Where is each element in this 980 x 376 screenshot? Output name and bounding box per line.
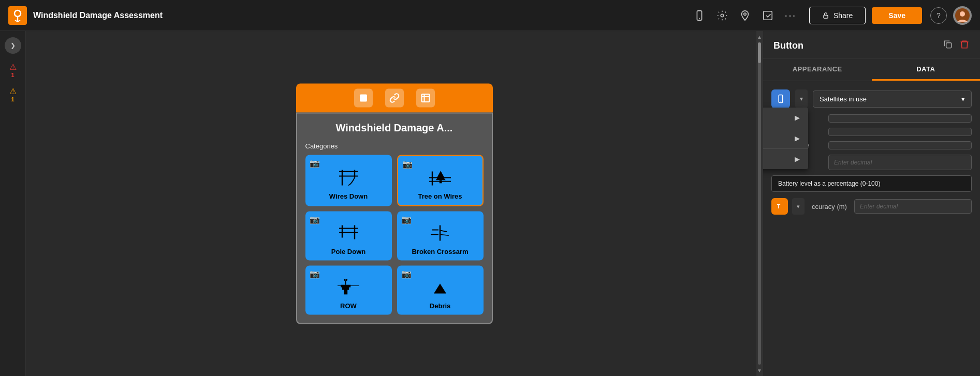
dropdown-item-device-info[interactable]: Device information ▶ (763, 108, 808, 128)
error-icon: ⚠ (9, 62, 17, 72)
svg-rect-21 (440, 180, 442, 183)
svg-rect-10 (360, 94, 367, 101)
svg-point-35 (344, 279, 346, 281)
category-row[interactable]: 📷 ROW (305, 265, 392, 314)
satellites-dropdown[interactable]: Satellites in use ▾ Device information ▶… (813, 91, 972, 108)
warning-badge[interactable]: ⚠ 1 (9, 86, 17, 102)
dropdown-menu: Device information ▶ External GNSS ▶ Tra… (763, 108, 808, 169)
widget-title: Windshield Damage A... (305, 122, 484, 133)
svg-rect-11 (421, 94, 429, 102)
svg-point-4 (721, 14, 724, 17)
camera-icon-tree-on-wires: 📷 (402, 159, 413, 169)
widget-card: Windshield Damage A... Categories 📷 (296, 112, 493, 324)
camera-icon-broken-crossarm: 📷 (401, 214, 412, 224)
sidebar-collapse-button[interactable]: ❯ (5, 37, 21, 54)
toolbar-link-button[interactable] (385, 88, 404, 107)
camera-icon-debris: 📷 (401, 268, 412, 278)
text-icon: T (776, 202, 784, 210)
power-mode-input[interactable] (828, 114, 972, 123)
wires-down-label: Wires Down (329, 192, 368, 200)
panel-title: Button (773, 40, 803, 51)
row-icon (336, 277, 361, 297)
map-pin-icon[interactable] (739, 9, 751, 22)
edit-map-icon[interactable] (762, 9, 774, 22)
tab-data[interactable]: DATA (872, 59, 981, 81)
pole-down-label: Pole Down (331, 247, 365, 255)
warning-icon: ⚠ (9, 86, 17, 96)
settings-icon[interactable] (716, 9, 728, 22)
camera-icon-pole-down: 📷 (310, 214, 320, 224)
panel-content: ▾ Satellites in use ▾ Device information… (763, 81, 980, 376)
app-logo: Windshield Damage Assessment (8, 6, 163, 25)
topnav-buttons: Share Save (809, 7, 922, 24)
svg-point-5 (744, 12, 747, 15)
device-icon-button[interactable] (771, 89, 790, 108)
user-avatar[interactable] (953, 6, 972, 25)
more-icon[interactable]: ··· (784, 9, 797, 22)
power-source-input[interactable] (828, 141, 972, 149)
data-source-row: ▾ Satellites in use ▾ Device information… (771, 89, 972, 108)
main-layout: ❯ ⚠ 1 ⚠ 1 ▲ ▼ (0, 31, 980, 376)
error-badge[interactable]: ⚠ 1 (9, 62, 17, 78)
accuracy-row: T ▾ ccuracy (m) Enter decimal (771, 198, 972, 215)
arrow-device-info: ▶ (795, 114, 800, 122)
app-title: Windshield Damage Assessment (33, 11, 163, 20)
svg-point-3 (699, 18, 700, 19)
scrollbar-up[interactable]: ▲ (757, 32, 762, 41)
categories-grid: 📷 Wires Down 📷 (305, 155, 484, 314)
duplicate-button[interactable] (943, 39, 953, 52)
category-pole-down[interactable]: 📷 Pole Down (305, 211, 392, 260)
svg-point-36 (346, 279, 348, 281)
scrollbar-thumb[interactable] (758, 42, 761, 63)
camera-icon-wires-down: 📷 (310, 158, 320, 168)
battery-level-input[interactable]: Enter decimal (828, 155, 972, 170)
topnav: Windshield Damage Assessment ··· Share S… (0, 0, 980, 31)
toolbar-expand-button[interactable] (416, 88, 435, 107)
accuracy-chevron[interactable]: ▾ (792, 198, 805, 215)
accuracy-label: ccuracy (m) (812, 203, 847, 210)
arrow-external-gnss: ▶ (795, 134, 800, 142)
broken-crossarm-label: Broken Crossarm (412, 247, 468, 255)
battery-tooltip: Battery level as a percentage (0-100) (771, 175, 972, 192)
debris-label: Debris (430, 302, 450, 309)
toolbar-widget-button[interactable] (354, 88, 373, 107)
widget-toolbar (296, 83, 493, 112)
link-icon (389, 93, 400, 103)
canvas-area: ▲ ▼ (26, 31, 763, 376)
save-button[interactable]: Save (872, 7, 922, 24)
expand-icon (420, 93, 431, 103)
svg-point-41 (780, 101, 781, 102)
dropdown-item-travel[interactable]: Travel ▶ (763, 149, 808, 169)
device-chevron[interactable]: ▾ (795, 89, 808, 108)
phone-icon[interactable] (693, 9, 706, 22)
wires-down-icon (336, 167, 361, 188)
tabs: APPEARANCE DATA (763, 59, 980, 81)
svg-marker-38 (434, 283, 446, 293)
pole-down-icon (336, 222, 361, 243)
category-wires-down[interactable]: 📷 Wires Down (305, 155, 392, 206)
left-sidebar: ❯ ⚠ 1 ⚠ 1 (0, 31, 26, 376)
right-panel-header: Button (763, 31, 980, 59)
tree-on-wires-icon (428, 167, 452, 188)
logo-icon (8, 6, 27, 25)
battery-state-input[interactable] (828, 128, 972, 136)
help-button[interactable]: ? (930, 7, 947, 24)
svg-line-28 (441, 230, 447, 231)
category-tree-on-wires[interactable]: 📷 Tree on Wires (397, 155, 484, 206)
delete-button[interactable] (959, 39, 970, 52)
debris-icon (428, 277, 452, 297)
accuracy-input[interactable]: Enter decimal (854, 199, 972, 214)
dropdown-item-external-gnss[interactable]: External GNSS ▶ (763, 128, 808, 149)
category-broken-crossarm[interactable]: 📷 Broken Crossarm (397, 211, 484, 260)
share-button[interactable]: Share (809, 7, 866, 24)
scrollbar-track (758, 42, 761, 365)
dropdown-chevron: ▾ (961, 95, 965, 103)
accuracy-type-icon[interactable]: T (771, 198, 788, 215)
phone-device-icon (776, 94, 785, 103)
category-debris[interactable]: 📷 Debris (397, 265, 484, 314)
avatar-image (955, 8, 970, 23)
widget-icon (358, 93, 369, 103)
scrollbar-down[interactable]: ▼ (757, 366, 762, 375)
duplicate-icon (943, 39, 953, 50)
tab-appearance[interactable]: APPEARANCE (763, 59, 872, 81)
